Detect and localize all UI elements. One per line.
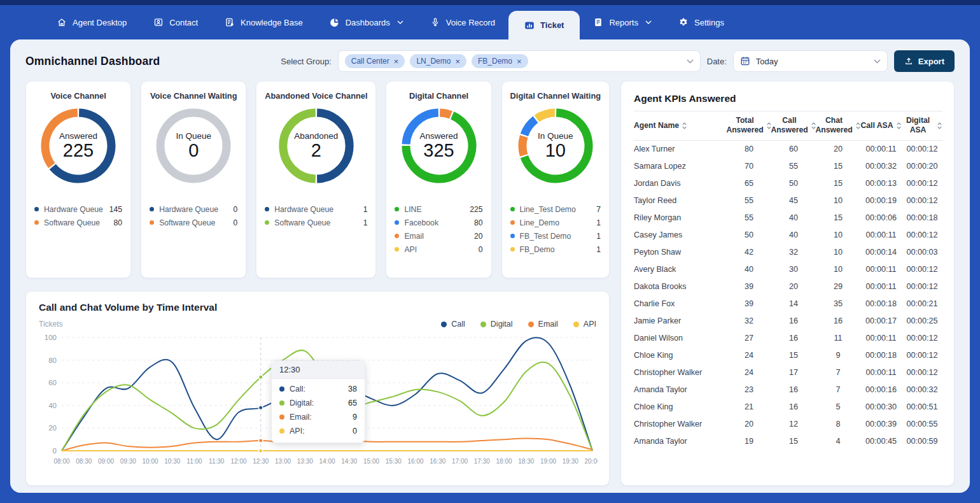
kpi-value-cell: 00:00:12 [902, 261, 942, 278]
column-header-call-asa[interactable]: Call ASA [860, 111, 902, 141]
card-legend: Hardware Queue0Software Queue0 [150, 202, 237, 229]
kpi-value-cell: 00:00:14 [860, 244, 902, 261]
nav-item-voice-record[interactable]: Voice Record [417, 5, 508, 39]
table-row: Dakota Brooks39202900:00:1100:00:12 [634, 278, 942, 295]
column-header-call-answered[interactable]: Call Answered [771, 111, 816, 141]
nav-item-knowledge-base[interactable]: Knowledge Base [211, 5, 316, 39]
chart-legend-item-call[interactable]: Call [441, 320, 465, 329]
remove-tag-icon[interactable]: × [455, 57, 460, 66]
nav-item-settings[interactable]: Settings [665, 5, 738, 39]
kpi-value-cell: 00:00:11 [860, 278, 902, 295]
export-button[interactable]: Export [894, 50, 955, 72]
x-tick-label: 17:00 [452, 458, 468, 465]
table-row: Charlie Fox39143500:00:1800:00:21 [634, 295, 942, 313]
page-header: Omnichannel Dashboard Select Group: Call… [25, 48, 955, 74]
donut-wrap: Answered325 [402, 108, 477, 183]
nav-item-reports[interactable]: Reports [580, 5, 665, 39]
x-tick-label: 12:30 [253, 458, 269, 465]
nav-item-agent-desktop[interactable]: Agent Desktop [43, 5, 140, 39]
legend-value: 1 [596, 232, 601, 241]
kpi-value-cell: 16 [771, 381, 816, 399]
legend-label: Facebook [404, 218, 469, 227]
kpi-value-cell: 20 [771, 278, 816, 295]
legend-label: API [404, 245, 473, 254]
chart-tooltip: 12:30 Call:38Digital:65Email:9API:0 [271, 360, 365, 443]
agent-name-cell: Amanda Taylor [634, 433, 727, 450]
table-row: Amanda Taylor1915400:00:4500:00:59 [634, 433, 942, 450]
kpi-value-cell: 16 [771, 313, 816, 330]
kpi-value-cell: 00:00:19 [860, 192, 902, 209]
chevron-down-icon[interactable] [687, 59, 694, 64]
voice-record-icon [430, 17, 440, 27]
chart-legend: CallDigitalEmailAPI [441, 320, 596, 329]
group-multiselect[interactable]: Call Center×LN_Demo×FB_Demo× [338, 50, 701, 72]
chart-legend-label: API [584, 320, 596, 329]
legend-label: Line_Demo [520, 218, 592, 227]
card-legend: Hardware Queue145Software Queue80 [34, 202, 122, 229]
remove-tag-icon[interactable]: × [394, 57, 399, 66]
donut-center-value: 0 [188, 141, 199, 160]
chart-legend-item-digital[interactable]: Digital [480, 320, 513, 329]
card-legend-row: Software Queue80 [34, 216, 122, 229]
y-tick-label: 40 [48, 402, 57, 409]
x-tick-label: 13:00 [275, 458, 291, 465]
agent-name-cell: Christopher Walker [634, 364, 727, 381]
sort-icon[interactable] [896, 122, 902, 130]
nav-item-contact[interactable]: Contact [140, 5, 211, 39]
column-header-chat-answered[interactable]: Chat Answered [816, 111, 860, 141]
nav-item-ticket[interactable]: Ticket [508, 11, 580, 39]
legend-dot-icon [395, 234, 399, 238]
kpi-value-cell: 70 [727, 158, 771, 175]
column-header-total-answered[interactable]: Total Answered [727, 111, 771, 141]
table-row: Chloe King2415900:00:1800:00:12 [634, 347, 942, 364]
legend-dot-icon [34, 207, 39, 211]
nav-item-label: Agent Desktop [73, 18, 127, 27]
remove-tag-icon[interactable]: × [517, 57, 522, 66]
nav-item-label: Knowledge Base [241, 18, 303, 27]
y-tick-label: 60 [48, 379, 57, 386]
table-row: Avery Black40301000:00:1100:00:12 [634, 261, 942, 278]
chart-legend-item-api[interactable]: API [573, 320, 596, 329]
column-header-digital-asa[interactable]: Digital ASA [902, 111, 942, 141]
legend-value: 0 [234, 218, 238, 227]
agent-name-cell: Jordan Davis [634, 175, 727, 192]
x-tick-label: 19:00 [540, 458, 556, 465]
card-legend-row: LINE225 [395, 202, 482, 216]
column-header-agent-name[interactable]: Agent Name [634, 111, 727, 141]
agent-name-cell: Charlie Fox [634, 295, 727, 313]
kpi-value-cell: 40 [727, 261, 771, 278]
nav-item-label: Voice Record [446, 18, 495, 27]
x-tick-label: 20:00 [584, 458, 598, 465]
x-tick-label: 08:00 [53, 458, 69, 465]
legend-label: FB_Test Demo [520, 232, 592, 241]
kpi-value-cell: 00:00:30 [860, 399, 902, 416]
nav-item-dashboards[interactable]: Dashboards [316, 5, 417, 39]
chart-legend-item-email[interactable]: Email [528, 320, 558, 329]
y-tick-label: 80 [48, 357, 57, 364]
sort-icon[interactable] [682, 122, 687, 130]
x-tick-label: 10:00 [142, 458, 158, 465]
date-select[interactable]: Today [733, 50, 888, 72]
donut-center: In Queue0 [156, 108, 231, 183]
sort-icon[interactable] [855, 122, 861, 130]
kpi-value-cell: 21 [727, 399, 771, 416]
table-row: Riley Morgan55401500:00:0600:00:18 [634, 209, 942, 227]
group-tags: Call Center×LN_Demo×FB_Demo× [345, 54, 528, 68]
kpi-value-cell: 00:00:11 [860, 364, 902, 381]
kpi-value-cell: 00:00:11 [860, 330, 902, 347]
kpi-value-cell: 39 [727, 278, 771, 295]
card-legend-row: Hardware Queue1 [265, 202, 367, 216]
tooltip-row: API:0 [279, 427, 357, 436]
donut-wrap: Abandoned2 [279, 108, 354, 183]
nav-item-label: Dashboards [346, 18, 390, 27]
kpi-value-cell: 5 [816, 399, 860, 416]
legend-value: 1 [363, 205, 368, 214]
chevron-down-icon[interactable] [874, 59, 881, 64]
kpi-value-cell: 15 [816, 209, 860, 227]
card-legend-row: Facebook80 [395, 216, 482, 229]
reports-icon [593, 17, 603, 27]
kpi-value-cell: 00:00:12 [902, 278, 942, 295]
sort-icon[interactable] [937, 122, 942, 130]
kpi-value-cell: 10 [816, 227, 860, 244]
kpi-value-cell: 29 [816, 278, 860, 295]
